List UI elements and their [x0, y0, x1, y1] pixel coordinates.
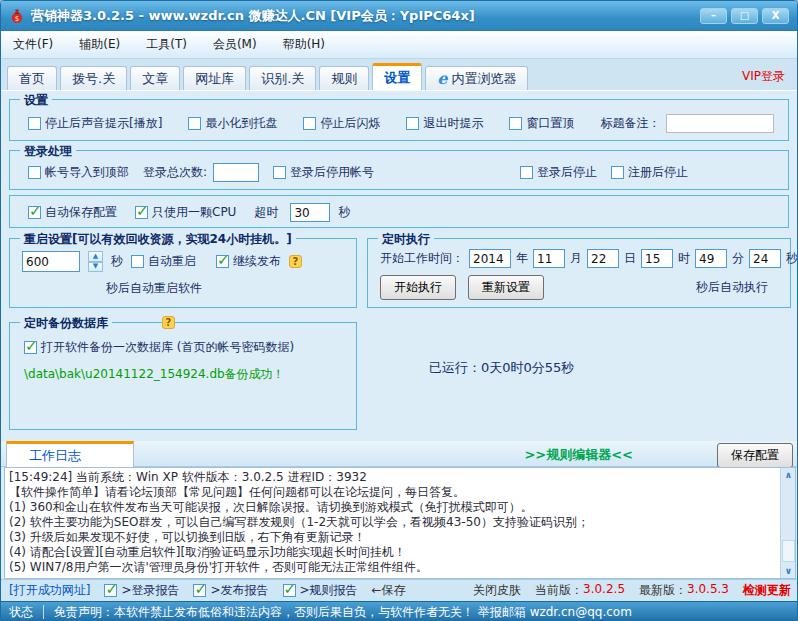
stop-after-login-checkbox-icon[interactable]: [520, 166, 533, 179]
menu-tools[interactable]: 工具(T): [146, 36, 187, 53]
login-report-checkbox-icon[interactable]: [104, 584, 117, 597]
checkbox-exit-prompt[interactable]: 退出时提示: [406, 115, 483, 132]
log-header: 工作日志 >>规则编辑器<< 保存配置: [1, 441, 798, 467]
second-input[interactable]: [749, 249, 781, 268]
checkbox-window-topmost[interactable]: 窗口置顶: [509, 115, 574, 132]
checkbox-stop-sound[interactable]: 停止后声音提示[播放]: [28, 115, 162, 132]
tab-browser[interactable]: e 内置浏览器: [425, 66, 528, 90]
schedule-group-title: 定时执行: [378, 231, 434, 248]
tab-recognition[interactable]: 识别.关: [249, 66, 316, 90]
hour-input[interactable]: [641, 249, 673, 268]
disable-after-login-checkbox-icon[interactable]: [273, 166, 286, 179]
scroll-down-icon[interactable]: ∨: [781, 564, 796, 578]
month-unit: 月: [570, 250, 582, 267]
stop-sound-checkbox-icon[interactable]: [28, 117, 41, 130]
reset-schedule-button[interactable]: 重新设置: [468, 275, 544, 300]
checkbox-minimize-tray[interactable]: 最小化到托盘: [188, 115, 277, 132]
checkbox-login-report[interactable]: >登录报告: [104, 582, 179, 599]
latest-version-value: 3.0.5.3: [687, 582, 729, 599]
bottom-toolbar: [打开成功网址] >登录报告 >发布报告 >规则报告 ←保存 关闭皮肤 当前版：…: [1, 579, 798, 601]
close-skin-link[interactable]: 关闭皮肤: [473, 582, 521, 599]
timeout-unit-label: 秒: [338, 204, 350, 221]
work-log-panel[interactable]: [15:49:24] 当前系统：Win XP 软件版本：3.0.2.5 进程ID…: [4, 467, 796, 579]
tab-url-library[interactable]: 网址库: [183, 66, 246, 90]
log-line: [15:49:24] 当前系统：Win XP 软件版本：3.0.2.5 进程ID…: [9, 470, 775, 485]
tab-work-log[interactable]: 工作日志: [6, 441, 134, 467]
restart-group: 重启设置[可以有效回收资源，实现24小时挂机。] ▲ ▼ 秒 自动重启 继续发布…: [9, 238, 357, 308]
continue-publish-help-icon[interactable]: ?: [289, 255, 302, 268]
second-unit: 秒: [786, 250, 798, 267]
tab-rules[interactable]: 规则: [319, 66, 369, 90]
log-scrollbar[interactable]: ∧ ∨: [780, 468, 795, 578]
vip-login-link[interactable]: VIP登录: [742, 68, 785, 85]
checkbox-stop-after-login[interactable]: 登录后停止: [520, 164, 597, 181]
checkbox-disable-after-login[interactable]: 登录后停用帐号: [273, 164, 374, 181]
tab-dial[interactable]: 拨号.关: [60, 66, 127, 90]
maximize-button[interactable]: □: [731, 8, 758, 24]
checkbox-flash-on-stop[interactable]: 停止后闪烁: [303, 115, 380, 132]
menu-help[interactable]: 帮助(H): [283, 36, 325, 53]
close-button[interactable]: X: [762, 8, 789, 24]
window-controls: – □ X: [700, 8, 789, 24]
checkbox-publish-report[interactable]: >发布报告: [193, 582, 268, 599]
checkbox-import-top[interactable]: 帐号导入到顶部: [28, 164, 129, 181]
save-config-button[interactable]: 保存配置: [717, 443, 793, 468]
latest-version: 最新版： 3.0.5.3: [639, 582, 729, 599]
auto-restart-checkbox-icon[interactable]: [131, 255, 144, 268]
status-label: 状态: [9, 604, 33, 621]
import-top-checkbox-icon[interactable]: [28, 166, 41, 179]
one-cpu-checkbox-icon[interactable]: [135, 206, 148, 219]
disclaimer-text: 免责声明：本软件禁止发布低俗和违法内容，否则后果自负，与软件作者无关！ 举报邮箱…: [54, 604, 632, 621]
checkbox-one-cpu[interactable]: 只使用一颗CPU: [135, 204, 236, 221]
tab-articles[interactable]: 文章: [130, 66, 180, 90]
log-line: (5) WIN7/8用户第一次请'管理员身份'打开软件，否则可能无法正常组件组件…: [9, 560, 775, 575]
minimize-button[interactable]: –: [700, 8, 727, 24]
log-line: 【软件操作简单】请看论坛顶部【常见问题】任何问题都可以在论坛提问，每日答复。: [9, 485, 775, 500]
publish-report-checkbox-icon[interactable]: [193, 584, 206, 597]
checkbox-continue-publish[interactable]: 继续发布: [216, 253, 281, 270]
ie-browser-icon: e: [437, 71, 447, 87]
tab-settings[interactable]: 设置: [372, 63, 422, 90]
checkbox-stop-after-register[interactable]: 注册后停止: [611, 164, 688, 181]
checkbox-auto-restart[interactable]: 自动重启: [131, 253, 196, 270]
spinner-down-icon[interactable]: ▼: [88, 262, 103, 273]
minute-input[interactable]: [695, 249, 727, 268]
year-input[interactable]: [469, 249, 511, 268]
caption-note-input[interactable]: [666, 114, 774, 133]
menu-file[interactable]: 文件(F): [13, 36, 53, 53]
login-group: 登录处理 帐号导入到顶部 登录总次数: 登录后停用帐号 登录后停止 注册后停止: [9, 150, 789, 190]
backup-help-icon[interactable]: ?: [162, 316, 175, 329]
tab-home[interactable]: 首页: [7, 66, 57, 90]
log-line: (2) 软件主要功能为SEO群发，可以自己编写群发规则（1-2天就可以学会，看视…: [9, 515, 775, 530]
flash-on-stop-checkbox-icon[interactable]: [303, 117, 316, 130]
continue-publish-checkbox-icon[interactable]: [216, 255, 229, 268]
save-link[interactable]: ←保存: [372, 582, 406, 599]
start-execute-button[interactable]: 开始执行: [380, 275, 456, 300]
window-topmost-checkbox-icon[interactable]: [509, 117, 522, 130]
year-unit: 年: [516, 250, 528, 267]
schedule-group: 定时执行 开始工作时间： 年 月 日 时 分 秒 开始执行 重新设置 秒后自动执…: [367, 238, 791, 308]
rule-editor-link[interactable]: >>规则编辑器<<: [524, 446, 633, 464]
month-input[interactable]: [533, 249, 565, 268]
minimize-tray-checkbox-icon[interactable]: [188, 117, 201, 130]
rule-report-checkbox-icon[interactable]: [283, 584, 296, 597]
spinner-up-icon[interactable]: ▲: [88, 251, 103, 262]
check-update-link[interactable]: 检测更新: [743, 582, 791, 599]
checkbox-backup-on-open[interactable]: 打开软件备份一次数据库 (首页的帐号密码数据): [24, 339, 294, 356]
auto-save-config-checkbox-icon[interactable]: [28, 206, 41, 219]
menu-member[interactable]: 会员(M): [213, 36, 257, 53]
scroll-thumb[interactable]: [782, 540, 795, 562]
backup-on-open-checkbox-icon[interactable]: [24, 341, 37, 354]
timeout-input[interactable]: [290, 203, 330, 222]
checkbox-rule-report[interactable]: >规则报告: [283, 582, 358, 599]
scroll-up-icon[interactable]: ∧: [781, 468, 796, 482]
day-input[interactable]: [587, 249, 619, 268]
exit-prompt-checkbox-icon[interactable]: [406, 117, 419, 130]
login-total-input[interactable]: [213, 163, 259, 182]
log-line: (4) 请配合[设置][自动重启软件][取消验证码显示]功能实现超长时间挂机！: [9, 545, 775, 560]
menu-assist[interactable]: 辅助(E): [79, 36, 120, 53]
stop-after-register-checkbox-icon[interactable]: [611, 166, 624, 179]
checkbox-auto-save-config[interactable]: 自动保存配置: [28, 204, 117, 221]
restart-seconds-input[interactable]: [22, 251, 80, 272]
open-success-urls-link[interactable]: [打开成功网址]: [9, 582, 90, 599]
